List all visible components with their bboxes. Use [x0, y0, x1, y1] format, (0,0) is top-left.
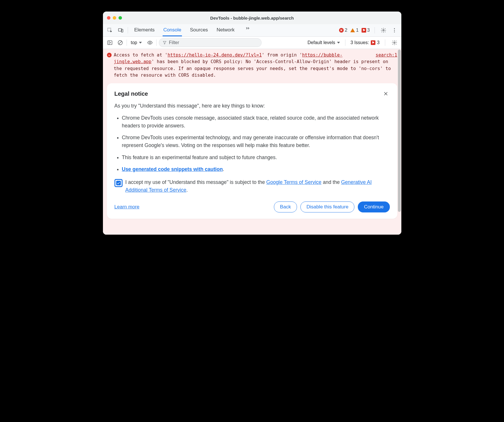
- filter-input[interactable]: Filter: [159, 38, 262, 47]
- error-text: search:1 Access to fetch at 'https://hel…: [114, 52, 397, 79]
- separator: [385, 39, 385, 46]
- warning-count: 1: [356, 28, 359, 33]
- disable-feature-button[interactable]: Disable this feature: [300, 201, 355, 212]
- message-source-link[interactable]: search:1: [376, 52, 397, 59]
- separator: [128, 27, 128, 33]
- accept-row: I accept my use of "Understand this mess…: [114, 178, 390, 194]
- card-title: Legal notice: [114, 91, 382, 97]
- console-output: ✕ search:1 Access to fetch at 'https://h…: [103, 49, 401, 235]
- close-icon[interactable]: [382, 90, 390, 98]
- svg-point-4: [394, 28, 395, 29]
- card-bullet: This feature is an experimental feature …: [122, 154, 390, 161]
- titlebar: DevTools - bubble-jingle.web.app/search: [103, 12, 401, 24]
- levels-label: Default levels: [308, 40, 335, 45]
- more-menu-icon[interactable]: [390, 26, 398, 34]
- scrollbar-thumb[interactable]: [398, 50, 401, 212]
- svg-rect-2: [121, 29, 123, 32]
- tab-console[interactable]: Console: [163, 24, 182, 36]
- inspect-element-icon[interactable]: [106, 26, 114, 34]
- device-toolbar-icon[interactable]: [117, 26, 125, 34]
- error-icon: ✕: [107, 53, 112, 57]
- issues-indicator[interactable]: 3 Issues: ⚑ 3: [351, 40, 380, 45]
- funnel-icon: [163, 41, 167, 45]
- tab-sources[interactable]: Sources: [189, 24, 208, 36]
- card-bullet: Chrome DevTools uses experimental techno…: [122, 134, 390, 149]
- issues-count: 3: [377, 40, 380, 45]
- chevron-down-icon: [139, 42, 142, 44]
- flag-icon: ⚑: [362, 28, 366, 33]
- learn-more-link[interactable]: Learn more: [114, 204, 140, 210]
- separator: [127, 39, 127, 46]
- accept-checkbox[interactable]: [114, 179, 123, 187]
- card-bullet: Chrome DevTools uses console message, as…: [122, 114, 390, 130]
- flag-icon: ⚑: [371, 40, 375, 45]
- continue-button[interactable]: Continue: [358, 201, 390, 212]
- devtools-tabbar: Elements Console Sources Network ✕ 2 1: [103, 24, 401, 37]
- svg-point-11: [149, 42, 151, 44]
- chevron-down-icon: [337, 42, 340, 44]
- log-levels-selector[interactable]: Default levels: [308, 40, 340, 45]
- card-intro: As you try "Understand this message", he…: [114, 103, 390, 109]
- separator: [345, 39, 345, 46]
- card-bullet: Use generated code snippets with caution…: [122, 165, 390, 173]
- separator: [156, 39, 157, 46]
- scrollbar-track[interactable]: [398, 50, 401, 234]
- more-tabs-icon[interactable]: [244, 24, 252, 32]
- svg-point-3: [383, 30, 384, 31]
- tab-network[interactable]: Network: [216, 24, 235, 36]
- panel-tabs: Elements Console Sources Network: [134, 24, 252, 36]
- google-tos-link[interactable]: Google Terms of Service: [266, 179, 321, 185]
- toggle-sidebar-icon[interactable]: [106, 39, 114, 47]
- card-bullet-list: Chrome DevTools uses console message, as…: [114, 114, 390, 173]
- console-toolbar: top Filter Default levels 3 Issues: ⚑ 3: [103, 37, 401, 49]
- window-title: DevTools - bubble-jingle.web.app/search: [103, 16, 401, 20]
- flag-count-badge[interactable]: ⚑ 3: [362, 28, 370, 33]
- live-expression-icon[interactable]: [146, 39, 154, 47]
- filter-placeholder: Filter: [169, 40, 179, 45]
- back-button[interactable]: Back: [274, 201, 297, 212]
- svg-point-6: [394, 32, 395, 33]
- accept-text: I accept my use of "Understand this mess…: [125, 178, 390, 194]
- separator: [375, 27, 375, 33]
- devtools-window: DevTools - bubble-jingle.web.app/search …: [103, 12, 401, 235]
- tab-elements[interactable]: Elements: [134, 24, 155, 36]
- issues-label: 3 Issues:: [351, 40, 369, 45]
- error-count: 2: [345, 28, 347, 33]
- status-badges: ✕ 2 1 ⚑ 3: [339, 28, 370, 33]
- error-count-badge[interactable]: ✕ 2: [339, 28, 347, 33]
- clear-console-icon[interactable]: [116, 39, 124, 47]
- flag-count: 3: [367, 28, 370, 33]
- svg-line-10: [119, 41, 122, 44]
- warning-count-badge[interactable]: 1: [350, 28, 359, 33]
- error-url-1[interactable]: https://hello-io-24.deno.dev/?lvl=1: [168, 52, 262, 58]
- error-icon: ✕: [339, 28, 344, 33]
- svg-point-12: [394, 42, 395, 44]
- svg-rect-7: [108, 41, 112, 44]
- legal-notice-card: Legal notice As you try "Understand this…: [107, 83, 397, 219]
- context-selector[interactable]: top: [129, 39, 144, 46]
- console-settings-icon[interactable]: [390, 39, 398, 47]
- svg-point-5: [394, 30, 395, 31]
- console-error-message: ✕ search:1 Access to fetch at 'https://h…: [107, 52, 397, 79]
- settings-icon[interactable]: [379, 26, 388, 34]
- context-label: top: [131, 40, 137, 45]
- warning-icon: [350, 28, 355, 32]
- caution-link[interactable]: Use generated code snippets with caution: [122, 166, 223, 172]
